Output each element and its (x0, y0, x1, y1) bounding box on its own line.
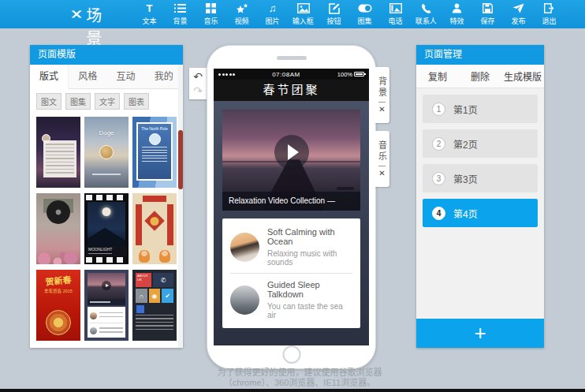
page-row-1[interactable]: 1 第1页 (423, 95, 538, 123)
logout-icon (544, 2, 555, 14)
template-thumb-metro[interactable]: ABOUT US ✆ ∩ ◉ ✔ (132, 270, 177, 341)
music-note-icon: ♫ (269, 2, 277, 14)
logo-x-icon (71, 6, 82, 22)
undo-redo-box: ↶ ↷ (189, 68, 207, 99)
decor-video-image (88, 273, 125, 299)
template-thumb-love-song[interactable] (36, 193, 80, 264)
save-button[interactable]: 保存 (472, 0, 503, 28)
tool-text-button[interactable]: T 文本 (134, 0, 165, 28)
decor-card (43, 140, 76, 177)
grid-icon (206, 2, 216, 14)
person-icon (452, 2, 462, 14)
status-time: 07:08AM (235, 71, 337, 78)
template-thumb-video[interactable] (84, 270, 129, 341)
tab-layout[interactable]: 版式 (30, 65, 69, 89)
exit-button[interactable]: 退出 (534, 0, 565, 28)
list-item-thumbnail (230, 233, 259, 262)
background-layer-tab[interactable]: 背景 ✕ (374, 67, 389, 123)
template-thumb-new-year[interactable] (132, 193, 177, 264)
play-button[interactable] (274, 135, 309, 170)
battery-percent: 100% (337, 71, 352, 78)
page-row-2[interactable]: 2 第2页 (423, 129, 538, 158)
template-grid: Doge The North Pole (30, 113, 183, 345)
publish-button[interactable]: 发布 (503, 0, 534, 28)
decor-thumb (90, 312, 97, 319)
delete-button[interactable]: 删除 (459, 69, 501, 83)
music-layer-label: 音乐 (376, 140, 389, 162)
filter-text[interactable]: 文字 (95, 93, 120, 110)
decor-banner (167, 204, 173, 245)
app-logo[interactable]: 微场景 (71, 0, 114, 49)
tab-interactive[interactable]: 互动 (107, 65, 145, 88)
page-content[interactable]: Relaxation Video Collection — Soft Calmi… (214, 101, 369, 345)
template-panel: 页面模版 版式 风格 互动 我的 图文 图集 文字 图表 Doge (30, 45, 183, 348)
decor-circle-image (149, 133, 161, 145)
list-icon (174, 2, 186, 14)
tool-phone-button[interactable]: 电话 (380, 0, 411, 28)
decor-coin (151, 217, 159, 226)
decor-textlines (46, 144, 74, 174)
tool-label: 背景 (173, 15, 187, 25)
top-toolbar: 微场景 T 文本 背景 音乐 (0, 0, 585, 28)
drag-handle[interactable] (378, 166, 386, 166)
template-thumb-moonlight[interactable]: MOONLIGHT (84, 193, 129, 264)
decor-caption-bar (88, 299, 125, 305)
music-layer-tab[interactable]: 音乐 ✕ (374, 131, 389, 187)
template-thumb-north-pole[interactable]: The North Pole (132, 117, 177, 188)
decor-figure (139, 250, 150, 263)
list-item-title: Soft Calming with Ocean (267, 227, 352, 246)
home-button[interactable] (282, 345, 300, 364)
tool-music-button[interactable]: 音乐 (196, 0, 226, 28)
tab-style[interactable]: 风格 (69, 65, 106, 88)
tool-label: 联系人 (415, 15, 437, 25)
decor-figure (159, 250, 170, 263)
browser-hint: 为了获得更好的使用，建议使用谷歌浏览器 （chrome）、360浏览器、IE11… (173, 368, 426, 388)
template-tabs: 版式 风格 互动 我的 (30, 65, 183, 89)
left-panel-scrollbar-track[interactable] (178, 65, 183, 348)
signal-dots-icon (218, 73, 235, 76)
left-panel-scrollbar-thumb[interactable] (178, 130, 183, 189)
undo-icon[interactable]: ↶ (193, 70, 203, 83)
tool-background-button[interactable]: 背景 (165, 0, 196, 28)
stars-icon (236, 2, 248, 14)
tool-contacts-button[interactable]: 联系人 (411, 0, 442, 28)
list-item-texts: Soft Calming with Ocean Relaxing music w… (267, 227, 352, 267)
close-icon[interactable]: ✕ (378, 106, 385, 114)
add-page-button[interactable]: + (416, 319, 544, 348)
tool-picture-button[interactable]: ♫ 图片 (257, 0, 288, 28)
template-thumb-profile[interactable] (36, 117, 80, 188)
tile-row: ABOUT US ✆ (136, 273, 173, 287)
page-row-4-selected[interactable]: 4 第4页 (423, 199, 538, 227)
tool-button-button[interactable]: 按钮 (319, 0, 349, 28)
tool-input-button[interactable]: 输入框 (288, 0, 319, 28)
tool-video-button[interactable]: 视频 (226, 0, 257, 28)
toolbar-actions: 保存 发布 退出 (472, 0, 565, 28)
tool-effects-button[interactable]: 特效 (442, 0, 472, 28)
list-item[interactable]: Soft Calming with Ocean Relaxing music w… (222, 221, 360, 273)
template-thumb-doge[interactable]: Doge (84, 117, 129, 188)
close-icon[interactable]: ✕ (378, 170, 385, 177)
moon (102, 207, 111, 216)
tile-about: ABOUT US (136, 273, 151, 287)
page-row-3[interactable]: 3 第3页 (423, 164, 538, 192)
play-icon (102, 281, 111, 290)
decor-row (90, 309, 123, 322)
decor-textlines (142, 147, 167, 162)
list-item[interactable]: Guided Sleep Talkdown You can taste the … (222, 274, 360, 326)
make-template-button[interactable]: 生成模版 (501, 69, 544, 83)
drag-handle[interactable] (378, 102, 386, 103)
video-block[interactable]: Relaxation Video Collection — (222, 110, 360, 211)
filter-gallery[interactable]: 图集 (65, 93, 91, 110)
filter-image-text[interactable]: 图文 (36, 93, 61, 110)
save-icon (483, 2, 493, 14)
tile-small (136, 305, 144, 313)
copy-button[interactable]: 复制 (416, 69, 459, 83)
text-icon: T (147, 2, 153, 14)
page-number-badge: 2 (432, 137, 445, 151)
tab-mine[interactable]: 我的 (145, 65, 183, 88)
list-item-thumbnail (230, 286, 259, 315)
filter-chart[interactable]: 图表 (124, 93, 149, 110)
redo-icon[interactable]: ↷ (193, 84, 203, 97)
template-thumb-hexinchun[interactable]: 贺新春 羊年贺春 2015 (36, 270, 80, 341)
tool-gallery-button[interactable]: 图集 (349, 0, 380, 28)
